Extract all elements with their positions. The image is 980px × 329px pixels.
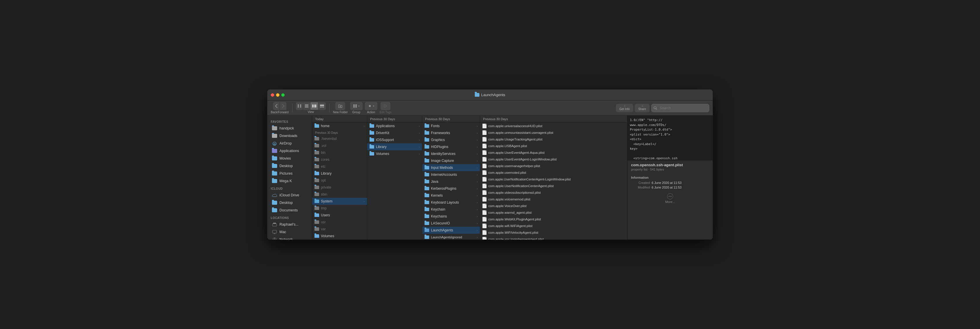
maximize-button[interactable] — [281, 93, 285, 97]
sidebar-item-airdrop[interactable]: AirDrop — [269, 140, 311, 147]
list-item[interactable]: Users — [312, 212, 367, 219]
list-item[interactable]: cores — [312, 156, 367, 163]
list-item[interactable]: com.apple.unmountassistant.useragent.pli… — [480, 129, 627, 136]
list-item[interactable]: var — [312, 226, 367, 232]
sidebar-item-applications[interactable]: Applications — [269, 147, 311, 155]
list-item[interactable]: com.apple.UserNotificationCenterAgent-Lo… — [480, 176, 627, 183]
list-item[interactable]: Volumes › — [367, 150, 422, 157]
list-item[interactable]: opt — [312, 177, 367, 184]
list-item[interactable]: DriverKit › — [367, 129, 422, 137]
svg-rect-11 — [320, 107, 321, 107]
list-item[interactable]: com.apple.UserEventAgent-LoginWindow.pli… — [480, 156, 627, 162]
back-button[interactable] — [273, 102, 280, 110]
list-item[interactable]: com.apple.WebKit.PluginAgent.plist — [480, 216, 627, 223]
list-item-system[interactable]: System › — [312, 198, 367, 205]
list-item[interactable]: com.apple.usernoted.plist — [480, 169, 627, 176]
list-item[interactable]: com.apple.UserEventAgent-Aqua.plist — [480, 149, 627, 156]
group-button[interactable] — [350, 102, 363, 110]
list-item[interactable]: com.apple.universalaccessHUD.plist — [480, 122, 627, 129]
list-item[interactable]: com.apple.usermanagerhelper.plist — [480, 162, 627, 169]
column-3: Previous 30 Days Fonts › Frameworks › — [422, 116, 480, 240]
list-item[interactable]: usr — [312, 219, 367, 226]
edit-tags-button[interactable] — [380, 102, 390, 110]
list-item[interactable]: com.apple.UsageTrackingAgent.plist — [480, 136, 627, 143]
sidebar-item-downloads[interactable]: Downloads — [269, 132, 311, 140]
list-item[interactable]: home › — [312, 122, 367, 129]
svg-rect-1 — [300, 105, 301, 106]
list-item[interactable]: Java › — [422, 178, 480, 185]
list-item[interactable]: com.apple.warmd_agent.plist — [480, 209, 627, 216]
more-icon — [667, 193, 673, 200]
list-item[interactable]: com.apple.wifi.WiFiAgent.plist — [480, 223, 627, 229]
forward-button[interactable] — [280, 102, 286, 110]
list-item[interactable]: Kernels › — [422, 192, 480, 199]
list-item[interactable]: iOSSupport › — [367, 137, 422, 143]
close-button[interactable] — [271, 93, 274, 97]
svg-point-33 — [670, 196, 671, 197]
sidebar-item-desktop[interactable]: Desktop — [269, 162, 311, 170]
action-button[interactable] — [365, 102, 377, 110]
preview-modified-row: Modified 6 June 2020 at 11:53 — [628, 185, 713, 190]
sidebar-item-handpick[interactable]: handpick — [269, 124, 311, 132]
list-item[interactable]: Image Capture › — [422, 157, 480, 164]
sidebar-item-pictures[interactable]: Pictures — [269, 170, 311, 177]
list-item[interactable]: com.apple.VoiceOver.plist — [480, 202, 627, 209]
window-title: LaunchAgents — [475, 93, 505, 97]
plist-file-icon — [482, 197, 487, 202]
list-item[interactable]: Library — [312, 170, 367, 177]
list-item[interactable]: Graphics › — [422, 137, 480, 143]
list-item-launchagents[interactable]: LaunchAgents › — [422, 227, 480, 234]
sidebar-item-icloud-drive[interactable]: iCloud Drive — [269, 191, 311, 199]
list-item[interactable]: KerberosPlugins › — [422, 185, 480, 192]
list-item[interactable]: IdentityServices › — [422, 150, 480, 157]
new-folder-button[interactable] — [336, 102, 345, 110]
share-button[interactable]: Share — [635, 104, 649, 112]
sidebar-item-megak[interactable]: Mega K — [269, 177, 311, 185]
locations-label: Locations — [267, 214, 312, 221]
view-controls — [296, 102, 326, 110]
list-item[interactable]: sbin — [312, 191, 367, 198]
sidebar-item-documents[interactable]: Documents — [269, 207, 311, 214]
get-info-button[interactable]: i Get Info — [616, 104, 633, 112]
sidebar-item-movies[interactable]: Movies — [269, 155, 311, 162]
list-item[interactable]: com.apple.USBAgent.plist — [480, 143, 627, 149]
list-item[interactable]: Fonts › — [422, 122, 480, 129]
more-button[interactable]: More... — [628, 193, 713, 203]
list-item[interactable]: LASecureIO › — [422, 220, 480, 227]
list-item[interactable]: LaunchAgentsIgnored › — [422, 234, 480, 240]
list-view-button[interactable] — [303, 102, 310, 110]
gallery-view-button[interactable] — [318, 102, 326, 110]
list-item[interactable]: Volumes — [312, 232, 367, 240]
icon-view-button[interactable] — [296, 102, 303, 110]
list-item-library[interactable]: Library › — [367, 143, 422, 150]
list-item[interactable]: com.apple.voicememod.plist — [480, 196, 627, 202]
title-folder-icon — [475, 93, 479, 97]
column-view-button[interactable] — [310, 102, 318, 110]
list-item[interactable]: com.apple.xpc.loginitemregisterd.plist — [480, 236, 627, 240]
list-item[interactable]: .fseventsd — [312, 135, 367, 142]
list-item[interactable]: com.apple.videosubscriptionsd.plist — [480, 189, 627, 196]
list-item[interactable]: tmp — [312, 205, 367, 212]
column-1: Today home › Previous 30 Days .fseventsd — [312, 116, 367, 240]
list-item[interactable]: private — [312, 184, 367, 191]
list-item[interactable]: etc — [312, 163, 367, 170]
list-item[interactable]: bin — [312, 149, 367, 156]
list-item[interactable]: Keyboard Layouts › — [422, 199, 480, 206]
list-item[interactable]: InternetAccounts › — [422, 171, 480, 178]
sidebar-item-network[interactable]: Network — [269, 236, 311, 240]
sidebar-item-mac[interactable]: Mac — [269, 228, 311, 236]
search-input[interactable] — [651, 104, 709, 112]
list-item[interactable]: com.apple.UserNotificationCenterAgent.pl… — [480, 183, 627, 189]
minimize-button[interactable] — [276, 93, 280, 97]
list-item[interactable]: Frameworks › — [422, 129, 480, 137]
plist-file-icon — [482, 190, 487, 195]
list-item[interactable]: .vol — [312, 142, 367, 149]
list-item[interactable]: HIDPlugins › — [422, 143, 480, 150]
sidebar-item-raphaels[interactable]: Raphael's... — [269, 221, 311, 228]
list-item[interactable]: Keychain › — [422, 206, 480, 213]
sidebar-item-icloud-desktop[interactable]: Desktop — [269, 199, 311, 207]
list-item[interactable]: Keychains › — [422, 213, 480, 220]
list-item[interactable]: Applications › — [367, 122, 422, 129]
list-item[interactable]: com.apple.WiFiVelocityAgent.plist — [480, 229, 627, 236]
list-item-input-methods[interactable]: Input Methods › — [422, 164, 480, 171]
